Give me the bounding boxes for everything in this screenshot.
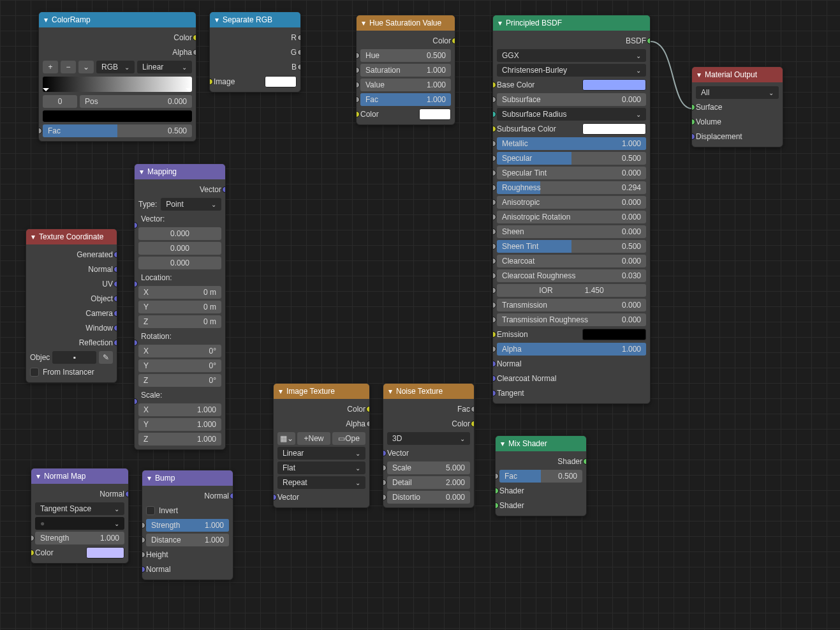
socket-subsurf[interactable] bbox=[492, 96, 496, 103]
socket-surface[interactable] bbox=[691, 104, 695, 110]
node-header[interactable]: ▾ColorRamp bbox=[39, 12, 196, 27]
socket-ccn[interactable] bbox=[492, 375, 496, 382]
node-header[interactable]: ▾Texture Coordinate bbox=[26, 229, 117, 244]
socket-scale[interactable] bbox=[383, 465, 387, 471]
socket-vector[interactable] bbox=[383, 450, 387, 456]
new-button[interactable]: + New bbox=[297, 432, 330, 445]
subsurface-radius[interactable]: Subsurface Radius bbox=[497, 108, 646, 121]
node-principled-bsdf[interactable]: ▾Principled BSDF BSDF GGX Christensen-Bu… bbox=[492, 15, 651, 404]
socket-g[interactable] bbox=[297, 49, 301, 56]
socket-base-color[interactable] bbox=[492, 82, 496, 88]
add-stop-button[interactable]: + bbox=[43, 61, 58, 73]
vec-x[interactable]: 0.000 bbox=[138, 227, 221, 240]
socket-object[interactable] bbox=[114, 296, 117, 302]
socket-normal-out[interactable] bbox=[230, 493, 233, 499]
node-colorramp[interactable]: ▾ColorRamp Color Alpha + − ⌄ RGB Linear … bbox=[38, 11, 196, 142]
ext-select[interactable]: Repeat bbox=[277, 476, 365, 489]
node-header[interactable]: ▾Hue Saturation Value bbox=[357, 15, 455, 31]
space-select[interactable]: Tangent Space bbox=[35, 502, 124, 515]
aniso-slider[interactable]: Anisotropic0.000 bbox=[497, 196, 646, 209]
socket-metallic[interactable] bbox=[492, 140, 496, 147]
transr-slider[interactable]: Transmission Roughness0.000 bbox=[497, 313, 646, 326]
socket-vector-out[interactable] bbox=[222, 186, 226, 193]
socket-normal[interactable] bbox=[114, 266, 117, 273]
node-header[interactable]: ▾Bump bbox=[142, 470, 233, 486]
open-button[interactable]: ▭ Ope bbox=[332, 432, 365, 445]
subsurface-slider[interactable]: Subsurface0.000 bbox=[497, 93, 646, 106]
socket-dist[interactable] bbox=[142, 537, 145, 543]
ccr-slider[interactable]: Clearcoat Roughness0.030 bbox=[497, 269, 646, 282]
collapse-icon[interactable]: ▾ bbox=[279, 387, 283, 396]
socket-color-in[interactable] bbox=[356, 111, 360, 117]
anisor-slider[interactable]: Anisotropic Rotation0.000 bbox=[497, 211, 646, 223]
socket-alpha[interactable] bbox=[193, 49, 196, 56]
socket-sheent[interactable] bbox=[492, 243, 496, 250]
socket-shader-2[interactable] bbox=[495, 502, 499, 509]
collapse-icon[interactable]: ▾ bbox=[697, 70, 701, 79]
socket-shader-1[interactable] bbox=[495, 488, 499, 494]
loc-x[interactable]: X0 m bbox=[138, 286, 221, 299]
socket-detail[interactable] bbox=[383, 479, 387, 486]
socket-hue[interactable] bbox=[356, 52, 360, 59]
ssc-swatch[interactable] bbox=[582, 123, 646, 135]
interp-select[interactable]: Linear bbox=[277, 447, 365, 460]
dist-slider[interactable]: Distortio0.000 bbox=[387, 491, 470, 504]
socket-ccr[interactable] bbox=[492, 273, 496, 279]
socket-r[interactable] bbox=[297, 34, 301, 41]
dropdown-button[interactable]: ⌄ bbox=[78, 61, 94, 73]
node-header[interactable]: ▾Noise Texture bbox=[383, 384, 474, 399]
sheent-slider[interactable]: Sheen Tint0.500 bbox=[497, 240, 646, 253]
sca-z[interactable]: Z1.000 bbox=[138, 433, 221, 446]
socket-ssc[interactable] bbox=[492, 126, 496, 132]
node-mapping[interactable]: ▾Mapping Vector Type:Point Vector: 0.000… bbox=[134, 163, 226, 450]
sss-select[interactable]: Christensen-Burley bbox=[497, 64, 646, 77]
invert-checkbox[interactable] bbox=[146, 506, 155, 515]
node-separate-rgb[interactable]: ▾Separate RGB R G B Image bbox=[209, 11, 301, 93]
socket-trans[interactable] bbox=[492, 302, 496, 308]
collapse-icon[interactable]: ▾ bbox=[44, 15, 48, 24]
sheen-slider[interactable]: Sheen0.000 bbox=[497, 225, 646, 238]
socket-volume[interactable] bbox=[691, 119, 695, 125]
socket-sat[interactable] bbox=[356, 67, 360, 73]
socket-reflection[interactable] bbox=[114, 340, 117, 346]
node-header[interactable]: ▾Mix Shader bbox=[496, 436, 586, 451]
socket-height[interactable] bbox=[142, 551, 145, 558]
node-header[interactable]: ▾Normal Map bbox=[31, 469, 128, 484]
socket-alpha[interactable] bbox=[492, 346, 496, 352]
collapse-icon[interactable]: ▾ bbox=[501, 439, 505, 448]
collapse-icon[interactable]: ▾ bbox=[215, 15, 219, 24]
socket-color[interactable] bbox=[471, 421, 475, 427]
socket-ior[interactable] bbox=[492, 287, 496, 294]
sat-slider[interactable]: Saturation1.000 bbox=[360, 64, 451, 77]
socket-str[interactable] bbox=[31, 535, 34, 541]
socket-disp[interactable] bbox=[691, 133, 695, 140]
socket-sca[interactable] bbox=[134, 398, 138, 405]
socket-camera[interactable] bbox=[114, 310, 117, 317]
socket-aniso[interactable] bbox=[492, 199, 496, 206]
socket-generated[interactable] bbox=[114, 251, 117, 258]
trans-slider[interactable]: Transmission0.000 bbox=[497, 299, 646, 311]
node-normal-map[interactable]: ▾Normal Map Normal Tangent Space ● Stren… bbox=[31, 468, 129, 564]
socket-shader-out[interactable] bbox=[583, 458, 587, 465]
collapse-icon[interactable]: ▾ bbox=[36, 472, 40, 481]
socket-fac[interactable] bbox=[38, 128, 42, 134]
detail-slider[interactable]: Detail2.000 bbox=[387, 476, 470, 489]
socket-normal-out[interactable] bbox=[125, 491, 129, 497]
fac-slider[interactable]: Fac1.000 bbox=[360, 93, 451, 106]
loc-y[interactable]: Y0 m bbox=[138, 301, 221, 313]
metallic-slider[interactable]: Metallic1.000 bbox=[497, 137, 646, 150]
hue-slider[interactable]: Hue0.500 bbox=[360, 49, 451, 62]
socket-color[interactable] bbox=[31, 550, 34, 556]
pos-input[interactable]: Pos0.000 bbox=[80, 95, 192, 108]
collapse-icon[interactable]: ▾ bbox=[31, 232, 35, 241]
image-browse[interactable]: ▦⌄ bbox=[277, 432, 295, 445]
target-select[interactable]: All bbox=[696, 86, 779, 99]
scale-slider[interactable]: Scale5.000 bbox=[387, 461, 470, 474]
socket-b[interactable] bbox=[297, 64, 301, 70]
socket-str[interactable] bbox=[142, 522, 145, 529]
socket-sheen[interactable] bbox=[492, 229, 496, 235]
socket-uv[interactable] bbox=[114, 281, 117, 287]
socket-color-out[interactable] bbox=[452, 38, 455, 44]
node-mix-shader[interactable]: ▾Mix Shader Shader Fac0.500 Shader Shade… bbox=[495, 435, 587, 516]
instancer-checkbox[interactable] bbox=[30, 368, 39, 377]
